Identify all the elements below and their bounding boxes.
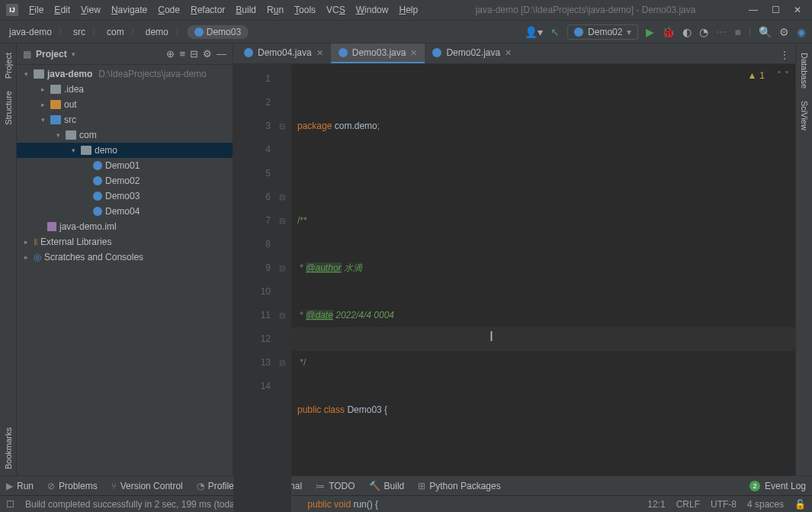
inspection-badge[interactable]: ▲1: [747, 70, 765, 81]
back-arrow-icon[interactable]: ↖: [550, 26, 560, 38]
tab-database[interactable]: Database: [798, 47, 810, 95]
code-editor[interactable]: 123 456 789 101112 1314 ⊟ ⊟ ⊟⊟ ⊟ ⊟ packa…: [233, 64, 795, 512]
profile-button[interactable]: ◔: [699, 26, 708, 38]
menu-help[interactable]: Help: [394, 2, 422, 18]
menu-navigate[interactable]: Navigate: [107, 2, 152, 18]
project-panel: ▦ Project ▾ ⊕ ≡ ⊟ ⚙ — ▾ java-demo D:\Ide…: [17, 43, 233, 475]
editor-area: Demo04.java ✕ Demo03.java ✕ Demo02.java …: [233, 43, 795, 475]
close-tab-icon[interactable]: ✕: [316, 48, 323, 58]
tree-file-demo03[interactable]: Demo03: [17, 188, 233, 204]
tree-file-demo01[interactable]: Demo01: [17, 158, 233, 173]
folder-icon: [50, 115, 61, 124]
library-icon: ⫴: [34, 237, 37, 247]
coverage-button[interactable]: ◐: [682, 26, 692, 38]
scratch-icon: ◎: [34, 252, 41, 262]
tree-file-demo04[interactable]: Demo04: [17, 204, 233, 219]
hide-panel-icon[interactable]: —: [217, 48, 226, 60]
project-panel-header: ▦ Project ▾ ⊕ ≡ ⊟ ⚙ —: [17, 43, 233, 65]
select-opened-file-icon[interactable]: ⊕: [166, 48, 175, 60]
close-tab-icon[interactable]: ✕: [505, 48, 512, 58]
panel-settings-icon[interactable]: ⚙: [203, 48, 212, 60]
search-icon[interactable]: 🔍: [759, 26, 772, 38]
tool-profiler[interactable]: ◔Profiler: [197, 481, 237, 491]
next-highlight-icon[interactable]: ˅: [785, 70, 789, 81]
menu-file[interactable]: File: [24, 2, 48, 18]
tree-file-demo02[interactable]: Demo02: [17, 173, 233, 188]
tab-sciview[interactable]: SciView: [798, 95, 810, 137]
toolbar: 👤▾ ↖ Demo02 ▾ ▶ 🐞 ◐ ◔ ⋯ ■ | 🔍 ⚙ ◉: [525, 24, 806, 40]
maximize-button[interactable]: ☐: [772, 5, 780, 15]
tool-vcs[interactable]: ⑂Version Control: [111, 481, 183, 491]
tab-project[interactable]: Project: [2, 47, 14, 85]
profiler-icon: ◔: [197, 481, 204, 491]
attach-button[interactable]: ⋯: [716, 26, 727, 38]
panel-title: Project: [36, 49, 67, 60]
title-bar: IJ File Edit View Navigate Code Refactor…: [0, 0, 812, 21]
bc-class[interactable]: Demo03: [187, 25, 249, 39]
bc-demo[interactable]: demo: [143, 25, 172, 39]
tab-bookmarks[interactable]: Bookmarks: [2, 421, 14, 475]
tab-demo02[interactable]: Demo02.java ✕: [425, 43, 519, 63]
menu-vcs[interactable]: VCS: [322, 2, 350, 18]
run-icon: ▶: [6, 481, 13, 491]
tree-idea[interactable]: ▸ .idea: [17, 82, 233, 97]
menu-run[interactable]: Run: [262, 2, 288, 18]
tree-root[interactable]: ▾ java-demo D:\IdeaProjects\java-demo: [17, 66, 233, 82]
minimize-button[interactable]: —: [749, 5, 758, 15]
tree-scratches[interactable]: ▸◎ Scratches and Consoles: [17, 250, 233, 265]
menu-view[interactable]: View: [76, 2, 105, 18]
project-tree: ▾ java-demo D:\IdeaProjects\java-demo ▸ …: [17, 65, 233, 475]
close-tab-icon[interactable]: ✕: [410, 48, 417, 58]
status-lock-icon[interactable]: 🔓: [794, 499, 806, 510]
menu-build[interactable]: Build: [231, 2, 261, 18]
debug-button[interactable]: 🐞: [662, 26, 675, 38]
menu-edit[interactable]: Edit: [50, 2, 75, 18]
tool-run[interactable]: ▶Run: [6, 481, 34, 491]
class-icon: [194, 27, 204, 37]
plugin-icon[interactable]: ◉: [797, 26, 806, 38]
tool-problems[interactable]: ⊘Problems: [47, 481, 98, 491]
window-title: java-demo [D:\IdeaProjects\java-demo] - …: [422, 5, 749, 15]
menu-tools[interactable]: Tools: [290, 2, 320, 18]
left-tool-stripe: Project Structure Bookmarks: [0, 43, 17, 475]
menu-code[interactable]: Code: [153, 2, 185, 18]
tree-out[interactable]: ▸ out: [17, 97, 233, 112]
user-icon[interactable]: 👤▾: [525, 26, 543, 38]
prev-highlight-icon[interactable]: ˄: [777, 70, 782, 81]
class-icon: [93, 207, 102, 216]
run-config-selector[interactable]: Demo02 ▾: [567, 24, 638, 40]
tab-demo03[interactable]: Demo03.java ✕: [331, 43, 425, 63]
expand-all-icon[interactable]: ≡: [179, 48, 185, 60]
close-button[interactable]: ✕: [794, 5, 801, 15]
inspection-nav: ˄ ˅: [777, 70, 789, 81]
tree-external-libs[interactable]: ▸⫴ External Libraries: [17, 234, 233, 250]
bc-com[interactable]: com: [104, 25, 127, 39]
class-icon: [339, 48, 348, 57]
folder-icon: [66, 130, 76, 140]
bc-project[interactable]: java-demo: [6, 25, 55, 39]
main-menu: File Edit View Navigate Code Refactor Bu…: [24, 2, 422, 18]
class-icon: [432, 48, 441, 57]
tree-src[interactable]: ▾ src: [17, 112, 233, 127]
tree-demo[interactable]: ▾ demo: [17, 143, 233, 158]
folder-icon: [50, 100, 61, 109]
settings-icon[interactable]: ⚙: [779, 26, 789, 38]
class-icon: [574, 27, 583, 37]
tree-iml[interactable]: java-demo.iml: [17, 219, 233, 234]
stop-button[interactable]: ■: [734, 26, 740, 38]
tab-demo04[interactable]: Demo04.java ✕: [236, 43, 331, 63]
bc-src[interactable]: src: [70, 25, 88, 39]
editor-tabs: Demo04.java ✕ Demo03.java ✕ Demo02.java …: [233, 43, 795, 64]
nav-bar: java-demo〉 src〉 com〉 demo〉 Demo03 👤▾ ↖ D…: [0, 21, 812, 43]
tab-menu-icon[interactable]: ⋮: [774, 47, 795, 63]
status-icon[interactable]: ☐: [6, 499, 14, 510]
project-view-icon: ▦: [23, 49, 31, 60]
tree-com[interactable]: ▾ com: [17, 127, 233, 143]
collapse-all-icon[interactable]: ⊟: [190, 48, 198, 60]
run-config-label: Demo02: [588, 27, 622, 37]
run-button[interactable]: ▶: [646, 26, 654, 38]
menu-refactor[interactable]: Refactor: [186, 2, 229, 18]
code-content[interactable]: package com.demo; /** * @author 水滴 * @da…: [291, 64, 795, 512]
menu-window[interactable]: Window: [351, 2, 393, 18]
tab-structure[interactable]: Structure: [2, 85, 14, 131]
